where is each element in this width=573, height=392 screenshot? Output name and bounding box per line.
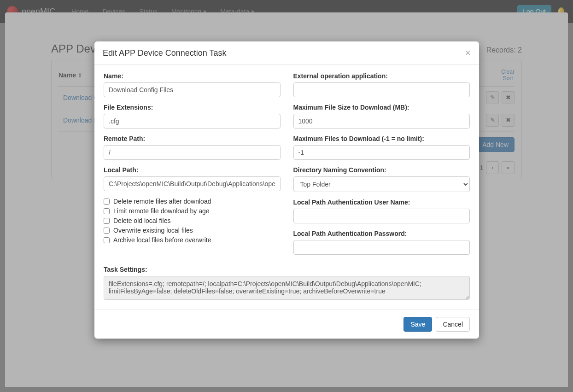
checkbox-label: Delete remote files after download	[113, 198, 211, 205]
checkbox-delete-old-local[interactable]	[104, 218, 110, 224]
checkbox-label: Archive local files before overwrite	[113, 236, 211, 244]
checkbox-limit-by-age[interactable]	[104, 208, 110, 214]
label-auth-pass: Local Path Authentication Password:	[293, 230, 470, 237]
checkbox-archive-before[interactable]	[104, 237, 110, 243]
checkbox-label: Limit remote file download by age	[113, 207, 210, 215]
label-max-file-size: Maximum File Size to Download (MB):	[293, 104, 470, 111]
label-external-app: External operation application:	[293, 72, 470, 80]
auth-user-input[interactable]	[293, 209, 470, 223]
checkbox-delete-remote[interactable]	[104, 199, 110, 205]
max-files-input[interactable]	[293, 145, 470, 160]
cancel-button[interactable]: Cancel	[436, 317, 470, 332]
label-dir-naming: Directory Naming Convention:	[293, 166, 470, 174]
task-settings-textarea[interactable]: fileExtensions=.cfg; remotepath=/; local…	[104, 276, 470, 300]
remote-path-input[interactable]	[104, 145, 281, 160]
label-remote-path: Remote Path:	[104, 135, 281, 142]
label-local-path: Local Path:	[104, 166, 281, 174]
auth-pass-input[interactable]	[293, 240, 470, 255]
edit-task-modal: Edit APP Device Connection Task × Name: …	[94, 41, 479, 339]
checkbox-label: Overwrite existing local files	[113, 227, 193, 234]
max-file-size-input[interactable]	[293, 114, 470, 129]
checkbox-overwrite-existing[interactable]	[104, 228, 110, 234]
dir-naming-select[interactable]: Top Folder	[293, 176, 470, 192]
label-name: Name:	[104, 72, 281, 80]
checkbox-label: Delete old local files	[113, 217, 171, 224]
label-max-files: Maximum Files to Download (-1 = no limit…	[293, 135, 470, 142]
label-file-extensions: File Extensions:	[104, 104, 281, 111]
save-button[interactable]: Save	[403, 317, 432, 332]
local-path-input[interactable]	[104, 176, 281, 191]
modal-title: Edit APP Device Connection Task	[103, 48, 227, 58]
external-app-input[interactable]	[293, 82, 470, 97]
file-extensions-input[interactable]	[104, 114, 281, 129]
label-auth-user: Local Path Authentication User Name:	[293, 199, 470, 206]
modal-close-button[interactable]: ×	[465, 48, 471, 58]
label-task-settings: Task Settings:	[104, 266, 470, 273]
name-input[interactable]	[104, 82, 281, 97]
